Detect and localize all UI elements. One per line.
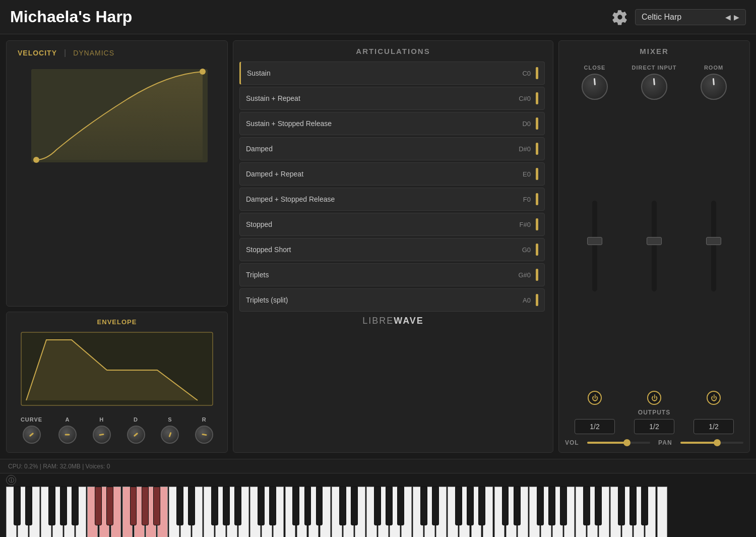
black-key-A#1[interactable] [234,487,241,525]
knob-room[interactable] [701,74,727,100]
articulation-name-5: Damped + Stopped Release [246,195,523,203]
knob-curve[interactable] [23,426,41,444]
black-key-F#6[interactable] [618,487,625,525]
black-key-D#-1[interactable] [25,487,32,525]
articulation-bar-5 [536,193,538,205]
black-key-F#5[interactable] [537,487,544,525]
fader-track-close[interactable] [592,201,597,291]
tab-dynamics[interactable]: DYNAMICS [68,47,119,59]
black-key-F#-1[interactable] [48,487,55,525]
black-key-D#6[interactable] [595,487,602,525]
black-key-D#2[interactable] [269,487,276,525]
black-key-D#0[interactable] [106,487,113,525]
black-key-D#1[interactable] [188,487,195,525]
preset-box[interactable]: Celtic Harp ◀ ▶ [635,9,746,25]
piano-wrapper: C-1C0C1C2C3C4C5C6C7 [0,487,756,537]
knob-a[interactable] [58,426,77,444]
articulation-name-0: Sustain [247,69,522,77]
envelope-graph [13,330,221,410]
black-key-F#3[interactable] [374,487,381,525]
articulation-item-3[interactable]: Damped D#0 [239,137,545,160]
black-key-C#4[interactable] [420,487,427,525]
black-key-C#2[interactable] [258,487,265,525]
black-key-G#2[interactable] [304,487,311,525]
vol-slider-thumb[interactable] [623,439,631,446]
black-key-A#2[interactable] [316,487,323,525]
black-key-A#4[interactable] [478,487,485,525]
articulation-name-1: Sustain + Repeat [246,94,519,102]
black-key-F#2[interactable] [292,487,299,525]
power-btn-direct[interactable]: ⏻ [647,391,661,405]
black-key-G#6[interactable] [629,487,637,525]
articulation-item-2[interactable]: Sustain + Stopped Release D0 [239,112,545,135]
articulation-item-7[interactable]: Stopped Short G0 [239,238,545,261]
black-key-C#0[interactable] [95,487,102,525]
prev-preset-icon[interactable]: ◀ [725,13,731,21]
output-btn-0[interactable]: 1/2 [575,419,615,434]
knob-direct[interactable] [641,74,667,100]
power-btn-close[interactable]: ⏻ [588,391,602,405]
articulation-item-8[interactable]: Triplets G#0 [239,263,545,286]
output-btn-1[interactable]: 1/2 [634,419,674,434]
power-btn-room[interactable]: ⏻ [707,391,721,405]
articulation-bar-4 [536,168,538,180]
knob-d[interactable] [127,426,145,444]
articulation-item-9[interactable]: Triplets (split) A0 [239,288,545,312]
black-key-A#0[interactable] [153,487,160,525]
black-key-A#-1[interactable] [72,487,79,525]
black-key-F#1[interactable] [211,487,218,525]
black-key-C#-1[interactable] [14,487,21,525]
black-key-A#3[interactable] [397,487,404,525]
articulation-item-1[interactable]: Sustain + Repeat C#0 [239,87,545,110]
black-key-G#-1[interactable] [60,487,67,525]
articulation-key-2: D0 [522,120,531,128]
articulation-key-0: C0 [522,70,531,77]
black-key-G#5[interactable] [548,487,555,525]
fader-track-room[interactable] [711,201,716,291]
output-btn-2[interactable]: 1/2 [694,419,734,434]
black-key-C#5[interactable] [502,487,509,525]
pan-slider[interactable] [680,442,743,444]
knob-s-item: S [161,416,179,444]
settings-icon[interactable] [612,9,628,25]
black-key-F#0[interactable] [130,487,137,525]
knob-r[interactable] [195,426,213,444]
black-key-G#0[interactable] [142,487,149,525]
black-key-D#4[interactable] [432,487,439,525]
articulation-item-0[interactable]: Sustain C0 [239,62,545,85]
piano-info-button[interactable]: ⓘ [6,475,16,485]
tab-velocity[interactable]: VELOCITY [13,47,62,59]
knob-s-label: S [168,416,172,423]
main-content: VELOCITY | DYNAMICS [0,34,756,459]
articulation-item-4[interactable]: Damped + Repeat E0 [239,162,545,186]
fader-track-direct[interactable] [652,201,657,291]
pan-slider-thumb[interactable] [714,439,721,446]
white-key-C7[interactable]: C7 [657,487,668,537]
knob-close[interactable] [582,74,608,100]
next-preset-icon[interactable]: ▶ [734,13,739,21]
black-key-D#5[interactable] [514,487,521,525]
black-key-D#3[interactable] [351,487,358,525]
fader-handle-direct[interactable] [647,237,662,245]
articulation-item-5[interactable]: Damped + Stopped Release F0 [239,188,545,211]
header: Michaela's Harp Celtic Harp ◀ ▶ [0,0,756,34]
black-key-C#3[interactable] [339,487,346,525]
black-key-C#1[interactable] [176,487,183,525]
fader-handle-room[interactable] [706,237,721,245]
black-key-A#5[interactable] [560,487,567,525]
knob-s[interactable] [161,426,179,444]
articulation-name-4: Damped + Repeat [246,170,523,178]
black-key-G#1[interactable] [223,487,230,525]
articulation-key-5: F0 [523,196,531,203]
vol-slider[interactable] [587,442,650,444]
articulation-name-3: Damped [246,145,519,153]
fader-handle-close[interactable] [587,237,602,245]
preset-nav[interactable]: ◀ ▶ [725,13,739,21]
knob-h[interactable] [93,426,111,444]
articulation-item-6[interactable]: Stopped F#0 [239,213,545,236]
black-key-G#3[interactable] [386,487,393,525]
black-key-F#4[interactable] [455,487,462,525]
black-key-G#4[interactable] [467,487,474,525]
black-key-A#6[interactable] [641,487,648,525]
black-key-C#6[interactable] [583,487,590,525]
